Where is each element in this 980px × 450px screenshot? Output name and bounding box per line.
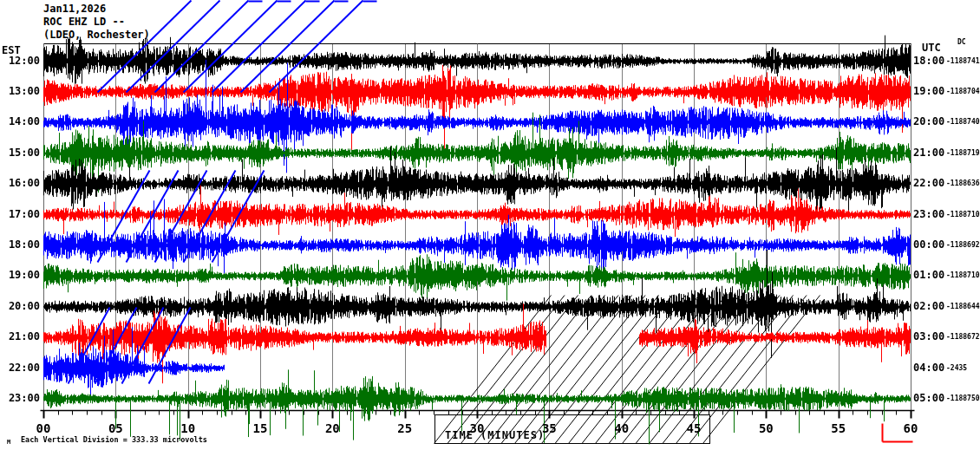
utc-time-label: 23:00 xyxy=(913,208,944,220)
dc-offset-value: -1188692 xyxy=(946,241,980,249)
est-time-label: 17:00 xyxy=(0,208,40,220)
x-axis-title: TIME (MINUTES) xyxy=(445,429,545,441)
x-axis-tick-label: 00 xyxy=(36,421,51,435)
est-time-label: 15:00 xyxy=(0,147,40,159)
x-axis-tick-label: 25 xyxy=(397,421,412,435)
dc-offset-value: -1188710 xyxy=(946,271,980,279)
dc-offset-value: -1188636 xyxy=(946,179,980,187)
dc-offset-value: -1188704 xyxy=(946,88,980,95)
utc-time-label: 18:00 xyxy=(913,55,944,67)
dc-offset-value: -1188644 xyxy=(946,303,980,310)
dc-offset-value: -2435 xyxy=(946,364,967,372)
est-time-label: 14:00 xyxy=(0,115,40,127)
dc-offset-value: -1188719 xyxy=(946,149,980,157)
x-axis-tick-label: 50 xyxy=(759,421,774,435)
utc-time-label: 05:00 xyxy=(913,392,944,404)
utc-time-label: 20:00 xyxy=(913,115,944,127)
x-axis-tick-label: 10 xyxy=(180,421,195,435)
utc-time-label: 03:00 xyxy=(913,330,944,342)
est-time-label: 18:00 xyxy=(0,238,40,251)
est-time-label: 20:00 xyxy=(0,300,40,312)
utc-time-label: 00:00 xyxy=(913,238,944,251)
est-time-label: 19:00 xyxy=(0,269,40,281)
scale-note: Each Vertical Division = 333.33 microvol… xyxy=(21,435,207,444)
x-axis-tick-label: 45 xyxy=(687,421,702,435)
utc-time-label: 02:00 xyxy=(913,300,944,312)
dc-offset-value: -1188710 xyxy=(946,211,980,218)
helicorder-plot xyxy=(0,0,980,450)
dc-offset-value: -1188741 xyxy=(946,57,980,65)
utc-time-label: 01:00 xyxy=(913,269,944,281)
webicorder-image: { "header": { "date": "Jan11,2026", "sta… xyxy=(0,0,980,450)
est-time-label: 16:00 xyxy=(0,177,40,189)
utc-time-label: 04:00 xyxy=(913,362,944,374)
x-axis-tick-label: 15 xyxy=(253,421,268,435)
x-axis-tick-label: 40 xyxy=(614,421,629,435)
x-axis-tick-label: 20 xyxy=(325,421,340,435)
est-time-label: 23:00 xyxy=(0,392,40,404)
dc-column-header: DC xyxy=(957,38,966,46)
utc-time-label: 22:00 xyxy=(913,177,944,189)
est-time-label: 13:00 xyxy=(0,85,40,97)
x-axis-tick-label: 60 xyxy=(904,421,918,435)
watermark-glyph: M xyxy=(7,439,10,446)
x-axis-tick-label: 55 xyxy=(831,421,846,435)
utc-time-label: 21:00 xyxy=(913,147,944,159)
est-time-label: 21:00 xyxy=(0,330,40,342)
utc-time-label: 19:00 xyxy=(913,85,944,97)
est-time-label: 22:00 xyxy=(0,362,40,374)
right-axis-header: UTC xyxy=(922,42,941,54)
dc-offset-value: -1188740 xyxy=(946,118,980,126)
dc-offset-value: -1188672 xyxy=(946,333,980,341)
est-time-label: 12:00 xyxy=(0,55,40,67)
dc-offset-value: -1188750 xyxy=(946,395,980,402)
x-axis-tick-label: 05 xyxy=(108,421,123,435)
